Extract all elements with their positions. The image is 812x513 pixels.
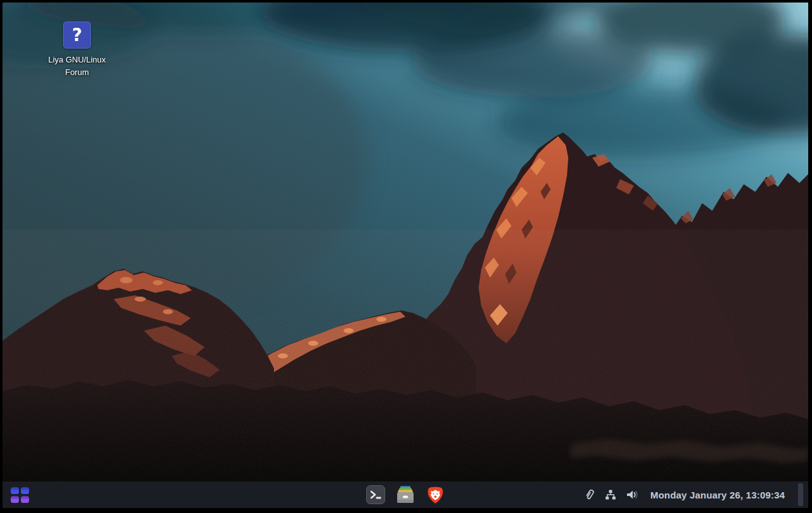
shortcut-label: Liya GNU/Linux Forum [48, 54, 105, 79]
terminal-icon [366, 485, 385, 504]
system-tray: Monday January 26, 13:09:34 [583, 483, 803, 506]
shortcut-label-line1: Liya GNU/Linux [48, 55, 105, 64]
launcher-square-icon [21, 487, 29, 494]
show-desktop-button[interactable] [798, 483, 803, 506]
tray-network-button[interactable] [604, 488, 617, 501]
shortcut-glyph: ? [72, 25, 82, 45]
screen-frame: ? Liya GNU/Linux Forum [0, 0, 812, 513]
launcher-square-icon [21, 496, 29, 503]
volume-icon [625, 488, 639, 501]
shortcut-label-line2: Forum [65, 68, 89, 77]
screen: ? Liya GNU/Linux Forum [3, 3, 808, 508]
network-icon [604, 488, 617, 501]
question-mark-icon: ? [63, 21, 91, 49]
paperclip-icon [583, 488, 596, 502]
brave-icon [426, 485, 445, 505]
desktop-shortcut-liya-forum[interactable]: ? Liya GNU/Linux Forum [28, 21, 126, 79]
taskbar: Monday January 26, 13:09:34 [3, 481, 808, 508]
taskbar-app-file-manager[interactable] [395, 485, 415, 505]
app-launcher-button[interactable] [9, 485, 31, 505]
file-manager-icon [395, 485, 415, 505]
desktop[interactable]: ? Liya GNU/Linux Forum [3, 3, 808, 481]
taskbar-app-brave-browser[interactable] [425, 485, 445, 505]
tray-attachment-button[interactable] [583, 488, 596, 502]
taskbar-app-terminal[interactable] [366, 485, 386, 505]
launcher-square-icon [11, 487, 19, 494]
tray-volume-button[interactable] [625, 488, 639, 501]
launcher-square-icon [11, 496, 19, 503]
taskbar-pinned-apps [366, 481, 445, 508]
taskbar-clock[interactable]: Monday January 26, 13:09:34 [650, 490, 785, 500]
